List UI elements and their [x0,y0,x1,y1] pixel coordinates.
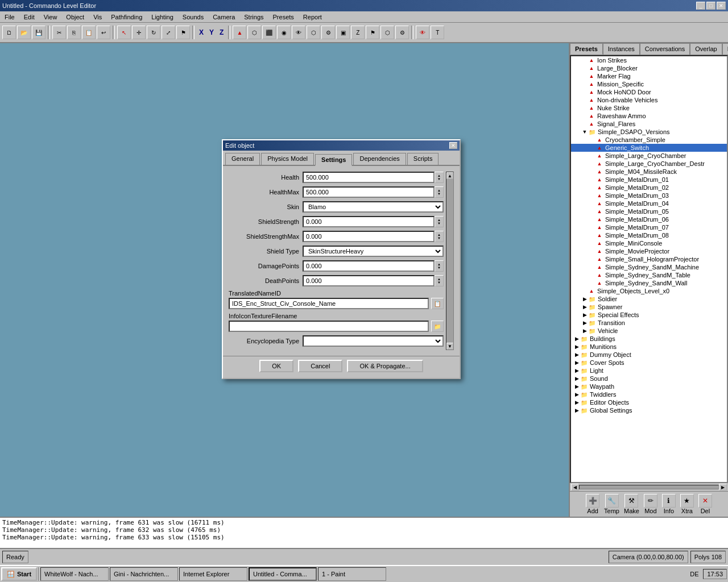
tree-item[interactable]: ▲Simple_Objects_Level_x0 [571,287,727,295]
tree-item[interactable]: ▶📁Editor Objects [571,398,727,406]
tree-item[interactable]: ▶📁Global Settings [571,406,727,414]
tree-item[interactable]: ▲Generic_Switch [571,144,727,152]
shieldtype-select[interactable]: SkinStructureHeavy [303,246,444,257]
tree-item[interactable]: ▲Simple_Small_HologramProjector [571,255,727,263]
scroll-up-arrow[interactable]: ▲ [446,172,453,179]
tb-b8[interactable]: ▣ [336,26,350,39]
tb-b11[interactable]: ⬡ [380,26,394,39]
dialog-tab-scripts[interactable]: Scripts [407,153,439,165]
translatednameid-browse-btn[interactable]: 📋 [431,298,444,309]
tree-expand-icon[interactable]: ▶ [573,391,580,398]
maximize-button[interactable]: □ [706,2,715,10]
tree-item[interactable]: ▼📁Simple_DSAPO_Versions [571,128,727,136]
tree-item[interactable]: ▲Simple_MetalDrum_06 [571,215,727,223]
add-button[interactable]: ➕ Add [586,494,599,514]
tree-item[interactable]: ▶📁Transition [571,319,727,327]
close-button[interactable]: ✕ [717,2,726,10]
tb-tool5[interactable]: ⚑ [176,26,190,39]
infoicontexture-input[interactable] [229,321,429,332]
tab-overlap[interactable]: Overlap [690,43,722,55]
tree-expand-icon[interactable]: ▶ [581,327,588,334]
tree-item[interactable]: ▲Mock HoNOD Door [571,88,727,96]
tree-item[interactable]: ▲Simple_MetalDrum_01 [571,176,727,184]
shieldstrength-input[interactable] [303,216,435,227]
tree-item[interactable]: ▶📁Waypath [571,383,727,390]
dialog-vscrollbar[interactable]: ▲ ▼ [446,172,454,350]
tb-undo[interactable]: ↩ [97,26,110,39]
skin-select[interactable]: Blamo [303,201,444,213]
tree-item[interactable]: ▶📁Munitions [571,343,727,351]
tree-expand-icon[interactable]: ▶ [581,319,588,326]
tree-item[interactable]: ▲Simple_Sydney_SandM_Wall [571,279,727,287]
tree-item[interactable]: ▲Simple_Large_CryoChamber [571,152,727,160]
tree-item[interactable]: ▲Simple_MetalDrum_07 [571,223,727,231]
tb-b6[interactable]: ⬡ [307,26,320,39]
menu-strings[interactable]: Strings [239,13,268,22]
tree-expand-icon[interactable]: ▼ [581,128,588,135]
tree-expand-icon[interactable]: ▶ [581,304,588,310]
encyclopediatype-select[interactable] [303,335,444,347]
menu-edit[interactable]: Edit [19,13,39,22]
tb-b3[interactable]: ⬛ [262,26,276,39]
tree-item[interactable]: ▲Nuke Strike [571,104,727,112]
tree-expand-icon[interactable]: ▶ [573,359,580,366]
tree-item[interactable]: ▲Simple_MetalDrum_02 [571,184,727,192]
healthmax-input[interactable] [303,186,435,198]
cancel-button[interactable]: Cancel [298,360,342,372]
dialog-tab-general[interactable]: General [225,153,260,165]
menu-lighting[interactable]: Lighting [147,13,178,22]
scroll-right-btn[interactable]: ▶ [719,484,727,490]
tree-item[interactable]: ▲Marker Flag [571,72,727,80]
shieldstrength-spin[interactable]: ▲▼ [435,216,444,227]
tree-item[interactable]: ▲Cryochamber_Simple [571,136,727,144]
menu-file[interactable]: File [0,13,19,22]
tree-item[interactable]: ▲Non-drivable Vehicles [571,96,727,104]
damagepoints-input[interactable] [303,260,435,272]
tree-item[interactable]: ▲Simple_Sydney_SandM_Machine [571,263,727,271]
tb-cut[interactable]: ✂ [52,26,66,39]
tb-new[interactable]: 🗋 [2,26,16,39]
tb-copy[interactable]: ⎘ [67,26,81,39]
dialog-tab-settings[interactable]: Settings [315,154,352,166]
tree-item[interactable]: ▲Simple_MetalDrum_08 [571,231,727,239]
deathpoints-spin[interactable]: ▲▼ [435,275,444,286]
menu-pathfinding[interactable]: Pathfinding [106,13,147,22]
tab-heightfield[interactable]: Heightfield [722,43,728,55]
tb-save[interactable]: 💾 [32,26,46,39]
menu-object[interactable]: Object [61,13,89,22]
tree-expand-icon[interactable]: ▶ [581,296,588,302]
health-input[interactable] [303,172,435,183]
scroll-down-arrow[interactable]: ▼ [446,343,453,350]
tree-expand-icon[interactable]: ▶ [573,351,580,358]
tree-item[interactable]: ▶📁Light [571,367,727,375]
tree-item[interactable]: ▲Simple_M04_MissileRack [571,168,727,176]
tree-item[interactable]: ▲Simple_MetalDrum_05 [571,207,727,215]
tree-expand-icon[interactable]: ▶ [573,383,580,390]
tab-presets[interactable]: Presets [570,43,603,55]
tree-item[interactable]: ▶📁Buildings [571,335,727,343]
deathpoints-input[interactable] [303,275,435,286]
tree-item[interactable]: ▶📁Vehicle [571,327,727,335]
tree-item[interactable]: ▲Large_Blocker [571,64,727,72]
tree-item[interactable]: ▶📁Soldier [571,295,727,303]
menu-presets[interactable]: Presets [268,13,299,22]
ok-button[interactable]: OK [259,360,293,372]
tree-expand-icon[interactable]: ▶ [573,407,580,414]
shieldstrengthmax-spin[interactable]: ▲▼ [435,231,444,242]
ok-propagate-button[interactable]: OK & Propagate... [347,360,423,372]
tb-select[interactable]: ↖ [117,26,131,39]
tree-item[interactable]: ▲Simple_Sydney_SandM_Table [571,271,727,279]
tree-item[interactable]: ▶📁Sound [571,375,727,383]
taskbar-whitewolf[interactable]: WhiteWolf - Nach... [40,567,109,581]
tb-b9[interactable]: Z [351,26,365,39]
tree-item[interactable]: ▲Simple_Large_CryoChamber_Destr [571,160,727,168]
tree-item[interactable]: ▲Simple_MetalDrum_03 [571,192,727,199]
tree-item[interactable]: ▲Simple_MetalDrum_04 [571,199,727,207]
tb-b1[interactable]: ▲ [233,26,246,39]
del-button[interactable]: ✕ Del [698,494,712,514]
tb-move[interactable]: ✛ [132,26,146,39]
xtra-button[interactable]: ★ Xtra [680,494,694,514]
start-button[interactable]: 🪟 Start [1,567,37,581]
tb-b5[interactable]: 👁 [292,26,305,39]
tb-rotate[interactable]: ↻ [147,26,160,39]
